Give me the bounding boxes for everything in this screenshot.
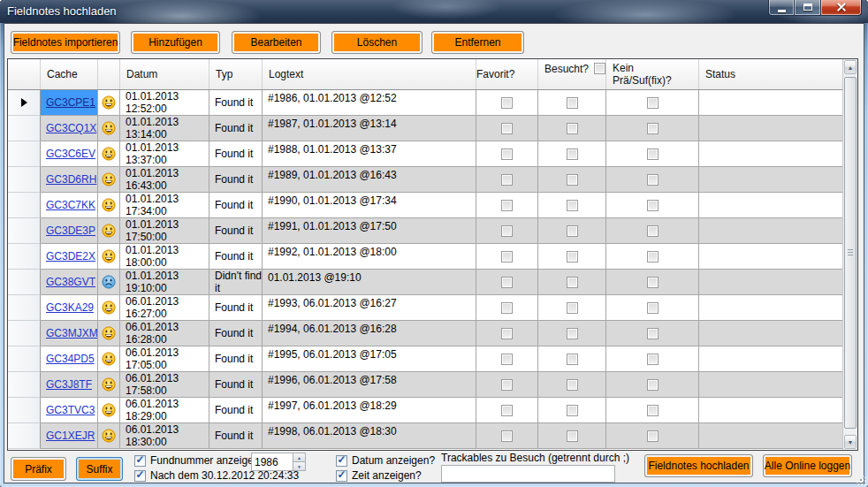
- besucht-checkbox[interactable]: [567, 277, 578, 288]
- kein-checkbox[interactable]: [647, 123, 659, 134]
- prefix-button[interactable]: Präfix: [11, 457, 66, 481]
- header-status[interactable]: Status: [699, 59, 842, 89]
- kein-checkbox[interactable]: [647, 405, 659, 416]
- cache-link[interactable]: GC34PD5: [46, 353, 95, 365]
- scroll-up-button[interactable]: ▲: [844, 60, 857, 74]
- row-selector-cell[interactable]: [8, 321, 41, 346]
- nachdem-checkbox[interactable]: [134, 470, 146, 482]
- besucht-checkbox[interactable]: [567, 251, 578, 263]
- besucht-checkbox[interactable]: [567, 405, 578, 416]
- header-besucht[interactable]: Besucht?: [538, 59, 606, 89]
- kein-checkbox[interactable]: [647, 379, 659, 391]
- favorit-checkbox[interactable]: [501, 200, 513, 211]
- besucht-checkbox[interactable]: [567, 430, 578, 442]
- header-kein[interactable]: Kein Prä/Suf(fix)?: [606, 59, 699, 89]
- cache-link[interactable]: GC3C6EV: [46, 148, 95, 160]
- cache-link[interactable]: GC38GVT: [46, 276, 95, 288]
- row-selector-cell[interactable]: [8, 372, 41, 398]
- kein-checkbox[interactable]: [647, 277, 659, 288]
- besucht-checkbox[interactable]: [567, 302, 578, 314]
- row-selector-cell[interactable]: [8, 90, 41, 116]
- table-row[interactable]: GC3J8TF 06.01.2013 17:58:00 Found it #19…: [8, 372, 842, 398]
- remove-button[interactable]: Entfernen: [431, 31, 524, 54]
- table-row[interactable]: GC3DE2X 01.01.2013 18:00:00 Found it #19…: [8, 244, 842, 270]
- add-button[interactable]: Hinzufügen: [131, 31, 220, 54]
- cache-link[interactable]: GC3J8TF: [46, 378, 92, 391]
- edit-button[interactable]: Bearbeiten: [232, 31, 321, 54]
- cache-cell[interactable]: GC3CPE1: [41, 90, 98, 116]
- datum-checkbox-row[interactable]: Datum anzeigen?: [336, 454, 435, 467]
- header-favorit[interactable]: Favorit?: [476, 59, 538, 89]
- table-row[interactable]: GC3C7KK 01.01.2013 17:34:00 Found it #19…: [8, 193, 842, 218]
- besucht-checkbox[interactable]: [567, 97, 578, 109]
- header-log-icon[interactable]: [98, 59, 120, 89]
- cache-link[interactable]: GC1XEJR: [46, 430, 95, 442]
- cache-cell[interactable]: GC3DE2X: [41, 244, 98, 270]
- kein-checkbox[interactable]: [647, 328, 659, 339]
- besucht-header-checkbox[interactable]: [594, 63, 605, 74]
- row-selector-cell[interactable]: [8, 167, 41, 193]
- table-row[interactable]: GC3C6EV 01.01.2013 13:37:00 Found it #19…: [8, 141, 842, 167]
- row-selector-cell[interactable]: [8, 218, 41, 244]
- row-selector-cell[interactable]: [8, 270, 41, 295]
- kein-checkbox[interactable]: [647, 200, 659, 211]
- title-bar[interactable]: Fieldnotes hochladen: [0, 0, 868, 23]
- besucht-checkbox[interactable]: [567, 174, 578, 186]
- row-selector-cell[interactable]: [8, 423, 41, 449]
- cache-link[interactable]: GC3MJXM: [46, 327, 98, 339]
- besucht-checkbox[interactable]: [567, 200, 578, 211]
- favorit-checkbox[interactable]: [501, 430, 513, 442]
- favorit-checkbox[interactable]: [501, 148, 513, 160]
- favorit-checkbox[interactable]: [501, 379, 513, 391]
- besucht-checkbox[interactable]: [567, 225, 578, 237]
- favorit-checkbox[interactable]: [501, 225, 513, 237]
- row-selector-cell[interactable]: [8, 398, 41, 423]
- kein-checkbox[interactable]: [647, 174, 659, 186]
- import-fieldnotes-button[interactable]: Fieldnotes importieren: [11, 31, 120, 54]
- cache-link[interactable]: GC3CQ1X: [46, 122, 96, 134]
- suffix-button[interactable]: Suffix: [76, 457, 123, 481]
- cache-link[interactable]: GC3DE3P: [46, 224, 95, 237]
- table-row[interactable]: GC3TVC3 06.01.2013 18:29:00 Found it #19…: [8, 398, 842, 423]
- cache-cell[interactable]: GC3J8TF: [41, 372, 98, 398]
- table-row[interactable]: GC3D6RH 01.01.2013 16:43:00 Found it #19…: [8, 167, 842, 193]
- table-row[interactable]: GC3KA29 06.01.2013 16:27:00 Found it #19…: [8, 295, 842, 321]
- trackables-input[interactable]: [441, 465, 615, 483]
- row-selector-cell[interactable]: [8, 244, 41, 270]
- cache-cell[interactable]: GC3D6RH: [41, 167, 98, 193]
- kein-checkbox[interactable]: [647, 354, 659, 365]
- cache-link[interactable]: GC3D6RH: [46, 173, 96, 186]
- besucht-checkbox[interactable]: [567, 354, 578, 365]
- cache-link[interactable]: GC3KA29: [46, 301, 94, 314]
- favorit-checkbox[interactable]: [501, 354, 513, 365]
- header-typ[interactable]: Typ: [209, 59, 263, 89]
- favorit-checkbox[interactable]: [501, 97, 513, 109]
- delete-button[interactable]: Löschen: [331, 31, 423, 54]
- log-all-online-button[interactable]: Alle Online loggen: [763, 454, 852, 477]
- besucht-checkbox[interactable]: [567, 379, 578, 391]
- cache-cell[interactable]: GC3DE3P: [41, 218, 98, 244]
- besucht-checkbox[interactable]: [567, 328, 578, 339]
- favorit-checkbox[interactable]: [501, 123, 513, 134]
- scroll-down-button[interactable]: ▼: [844, 435, 857, 449]
- scrollbar-thumb[interactable]: [844, 77, 857, 429]
- cache-cell[interactable]: GC3MJXM: [41, 321, 98, 346]
- cache-cell[interactable]: GC3C6EV: [41, 141, 98, 167]
- cache-cell[interactable]: GC3C7KK: [41, 193, 98, 218]
- zeit-checkbox[interactable]: [336, 470, 347, 482]
- table-row[interactable]: GC34PD5 06.01.2013 17:05:00 Found it #19…: [8, 346, 842, 372]
- table-row[interactable]: GC3CQ1X 01.01.2013 13:14:00 Found it #19…: [8, 116, 842, 141]
- header-datum[interactable]: Datum: [120, 59, 209, 89]
- row-selector-cell[interactable]: [8, 346, 41, 372]
- table-row[interactable]: GC38GVT 01.01.2013 19:10:00 Didn't find …: [8, 270, 842, 295]
- table-row[interactable]: GC3DE3P 01.01.2013 17:50:00 Found it #19…: [8, 218, 842, 244]
- kein-checkbox[interactable]: [647, 97, 659, 109]
- row-selector-cell[interactable]: [8, 193, 41, 218]
- table-row[interactable]: GC3CPE1 01.01.2013 12:52:00 Found it #19…: [8, 90, 842, 116]
- row-selector-cell[interactable]: [8, 141, 41, 167]
- favorit-checkbox[interactable]: [501, 251, 513, 263]
- kein-checkbox[interactable]: [647, 225, 659, 237]
- favorit-checkbox[interactable]: [501, 405, 513, 416]
- fundnummer-checkbox[interactable]: [134, 455, 146, 467]
- fundnummer-stepper[interactable]: ▲ ▼: [251, 453, 306, 471]
